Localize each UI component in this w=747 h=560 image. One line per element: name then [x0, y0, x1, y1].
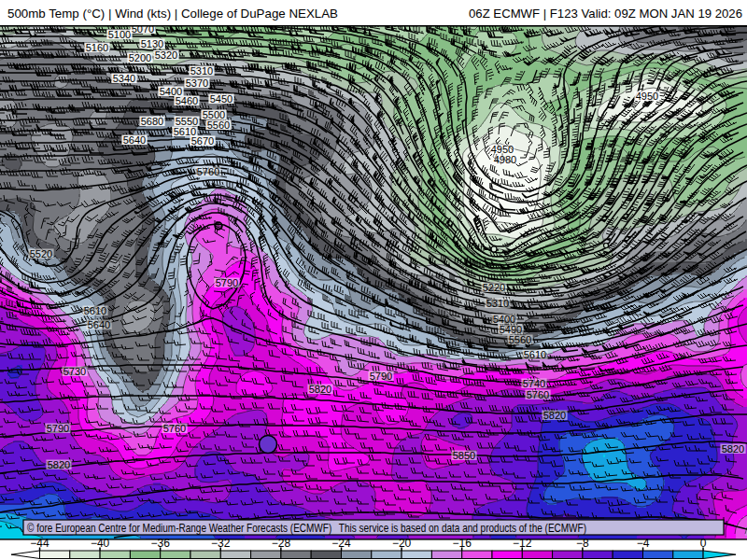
svg-text:© fore European Centre for Med: © fore European Centre for Medium-Range … — [27, 522, 586, 535]
svg-text:5450: 5450 — [210, 93, 233, 105]
svg-text:5820: 5820 — [543, 410, 566, 421]
svg-text:5740: 5740 — [523, 378, 545, 389]
svg-text:5370: 5370 — [186, 77, 208, 89]
svg-text:5340: 5340 — [113, 73, 135, 84]
svg-text:5130: 5130 — [141, 38, 163, 49]
svg-text:−44: −44 — [30, 537, 49, 550]
svg-text:5850: 5850 — [453, 450, 475, 461]
svg-text:5220: 5220 — [483, 282, 505, 293]
svg-text:5560: 5560 — [207, 119, 230, 131]
svg-text:5730: 5730 — [63, 366, 86, 377]
svg-text:5310: 5310 — [190, 65, 213, 77]
svg-text:−28: −28 — [272, 537, 291, 550]
svg-text:5320: 5320 — [155, 49, 177, 61]
svg-text:5610: 5610 — [524, 349, 546, 360]
svg-text:−36: −36 — [151, 537, 171, 550]
svg-text:5820: 5820 — [48, 459, 70, 470]
svg-text:5760: 5760 — [197, 166, 219, 177]
svg-text:5760: 5760 — [163, 423, 186, 434]
svg-text:5520: 5520 — [30, 248, 52, 259]
svg-text:5200: 5200 — [129, 52, 151, 63]
svg-text:5640: 5640 — [88, 319, 110, 330]
svg-text:−24: −24 — [331, 537, 351, 550]
svg-text:5760: 5760 — [527, 389, 549, 400]
svg-text:5790: 5790 — [47, 423, 69, 434]
svg-text:5100: 5100 — [108, 29, 131, 40]
svg-text:5560: 5560 — [509, 334, 531, 345]
svg-text:−20: −20 — [392, 537, 412, 550]
svg-text:−32: −32 — [211, 537, 231, 550]
svg-text:5820: 5820 — [309, 384, 331, 395]
svg-text:500mb Temp (°C) | Wind (kts) |: 500mb Temp (°C) | Wind (kts) | College o… — [7, 7, 338, 21]
svg-text:4950: 4950 — [636, 91, 658, 102]
svg-text:4980: 4980 — [494, 154, 516, 165]
svg-text:−40: −40 — [91, 537, 110, 550]
svg-text:−4: −4 — [637, 537, 650, 550]
svg-text:5460: 5460 — [176, 95, 198, 106]
svg-text:5310: 5310 — [486, 298, 509, 309]
svg-text:5160: 5160 — [86, 42, 108, 53]
svg-text:5680: 5680 — [141, 116, 163, 127]
svg-text:5670: 5670 — [191, 135, 214, 147]
svg-text:−12: −12 — [513, 537, 532, 550]
svg-text:06Z ECMWF | F123 Valid: 09Z MO: 06Z ECMWF | F123 Valid: 09Z MON JAN 19 2… — [469, 7, 742, 21]
svg-text:−8: −8 — [576, 537, 589, 550]
svg-text:5640: 5640 — [123, 134, 146, 146]
svg-text:5820: 5820 — [722, 443, 744, 455]
svg-text:5790: 5790 — [370, 371, 392, 382]
svg-text:5790: 5790 — [216, 277, 238, 288]
svg-text:−16: −16 — [453, 537, 472, 550]
svg-text:0: 0 — [700, 537, 707, 550]
svg-text:5610: 5610 — [84, 305, 106, 316]
